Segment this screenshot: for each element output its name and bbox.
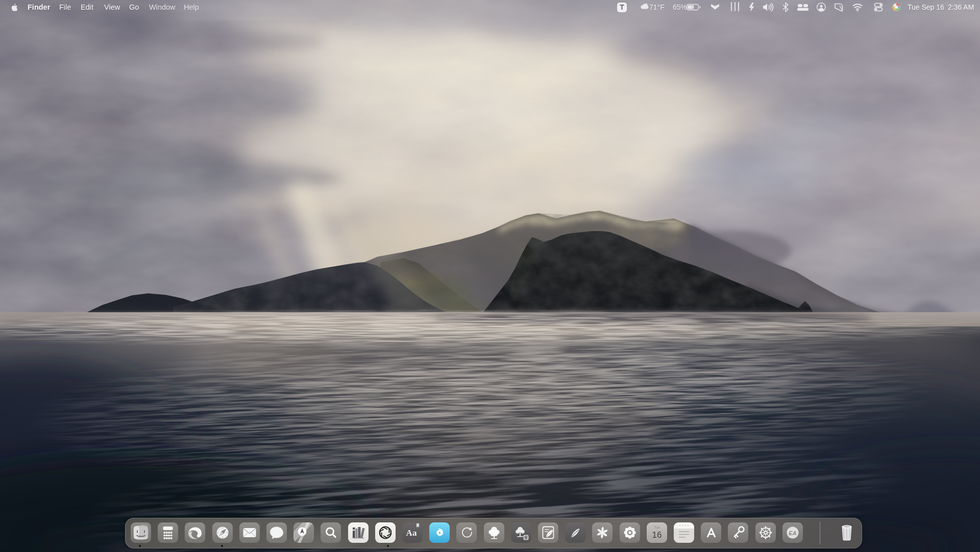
svg-text:16: 16 — [652, 530, 662, 540]
svg-text:Tue: Tue — [654, 525, 660, 529]
svg-text:Aa: Aa — [406, 528, 417, 538]
svg-text:EA: EA — [789, 530, 796, 536]
